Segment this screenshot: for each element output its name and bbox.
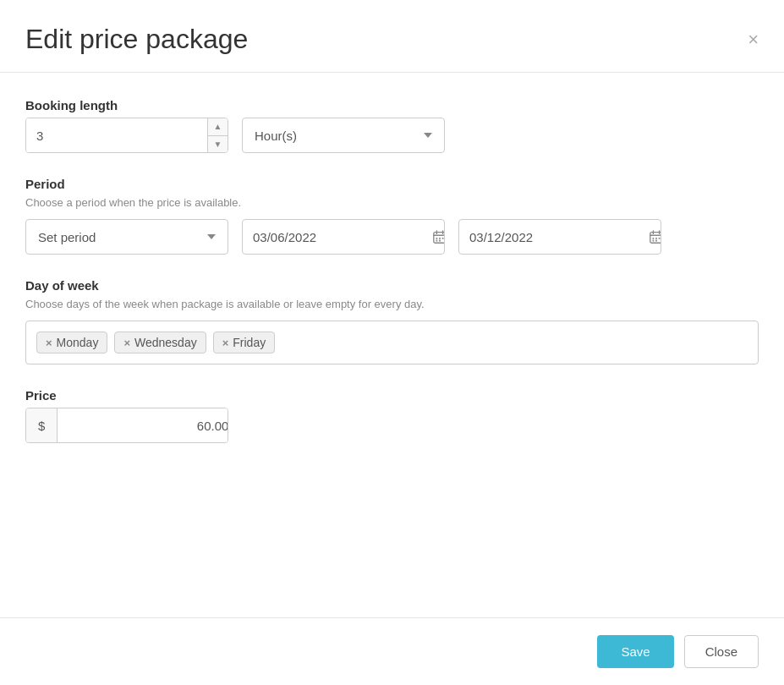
period-select[interactable]: Set period No period (25, 219, 228, 255)
day-tag-monday: × Monday (36, 332, 107, 353)
period-hint: Choose a period when the price is availa… (25, 196, 759, 209)
period-section: Period Choose a period when the price is… (25, 177, 759, 255)
period-row: Set period No period (25, 219, 759, 255)
svg-rect-5 (439, 238, 441, 239)
remove-monday-button[interactable]: × (46, 337, 52, 349)
day-of-week-label: Day of week (25, 278, 759, 293)
day-tag-monday-label: Monday (57, 336, 99, 349)
svg-rect-16 (653, 240, 655, 242)
close-button[interactable]: Close (684, 635, 759, 668)
day-of-week-section: Day of week Choose days of the week when… (25, 278, 759, 364)
svg-rect-4 (436, 238, 438, 239)
modal-body: Booking length ▲ ▼ Hour(s) Day(s) Week(s… (0, 73, 784, 617)
day-tag-wednesday: × Wednesday (114, 332, 206, 353)
stepper-up-button[interactable]: ▲ (208, 118, 228, 136)
start-date-calendar-button[interactable] (424, 229, 445, 244)
price-section: Price $ (25, 388, 759, 443)
start-date-input[interactable] (243, 230, 424, 244)
end-date-wrapper (458, 219, 661, 255)
stepper-down-button[interactable]: ▼ (208, 136, 228, 153)
calendar-icon (432, 229, 445, 244)
calendar-icon (649, 229, 661, 244)
svg-rect-6 (442, 238, 444, 239)
price-input[interactable] (58, 408, 228, 442)
svg-rect-7 (436, 240, 438, 242)
modal-header: Edit price package × (0, 0, 784, 73)
svg-rect-8 (439, 240, 441, 242)
booking-length-input[interactable] (26, 118, 207, 152)
close-icon[interactable]: × (748, 30, 759, 49)
price-input-wrapper: $ (25, 408, 228, 443)
svg-rect-15 (659, 238, 661, 239)
day-tag-friday-label: Friday (233, 336, 266, 349)
stepper-buttons: ▲ ▼ (207, 118, 228, 152)
edit-price-package-modal: Edit price package × Booking length ▲ ▼ … (0, 0, 784, 685)
remove-friday-button[interactable]: × (222, 337, 229, 349)
svg-rect-17 (655, 240, 657, 242)
remove-wednesday-button[interactable]: × (123, 337, 130, 349)
modal-footer: Save Close (0, 617, 784, 685)
booking-length-section: Booking length ▲ ▼ Hour(s) Day(s) Week(s… (25, 98, 759, 153)
start-date-wrapper (242, 219, 445, 255)
svg-rect-14 (655, 238, 657, 239)
booking-length-stepper: ▲ ▼ (25, 118, 228, 153)
modal-title: Edit price package (25, 24, 248, 55)
days-tags-container[interactable]: × Monday × Wednesday × Friday (25, 321, 759, 364)
end-date-calendar-button[interactable] (640, 229, 661, 244)
booking-length-row: ▲ ▼ Hour(s) Day(s) Week(s) (25, 118, 759, 153)
day-tag-friday: × Friday (213, 332, 276, 353)
booking-length-label: Booking length (25, 98, 759, 112)
period-label: Period (25, 177, 759, 191)
end-date-input[interactable] (459, 230, 640, 244)
svg-rect-13 (653, 238, 655, 239)
price-prefix: $ (26, 408, 58, 442)
save-button[interactable]: Save (597, 635, 673, 668)
price-label: Price (25, 388, 759, 403)
day-of-week-hint: Choose days of the week when package is … (25, 298, 759, 310)
day-tag-wednesday-label: Wednesday (134, 336, 197, 349)
unit-select[interactable]: Hour(s) Day(s) Week(s) (242, 118, 445, 153)
